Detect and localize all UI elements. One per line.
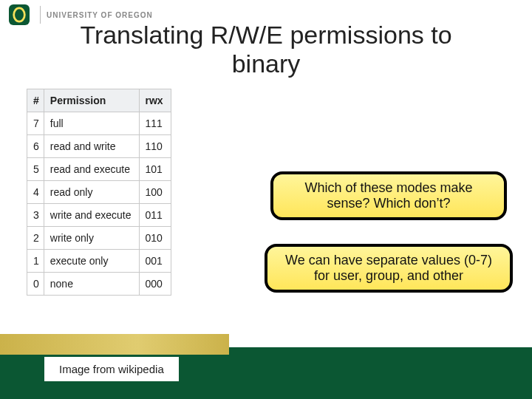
cell-num: 5 — [27, 158, 44, 181]
cell-permission: read only — [44, 181, 139, 204]
cell-rwx: 100 — [139, 181, 171, 204]
title-line-1: Translating R/W/E permissions to — [80, 21, 451, 49]
cell-rwx: 101 — [139, 158, 171, 181]
slide: UNIVERSITY OF OREGON Translating R/W/E p… — [0, 0, 532, 399]
svg-point-0 — [14, 8, 25, 21]
footer-gold-strip — [0, 334, 229, 355]
cell-rwx: 010 — [139, 227, 171, 250]
callout-question: Which of these modes make sense? Which d… — [270, 171, 507, 220]
slide-title: Translating R/W/E permissions to binary — [0, 21, 532, 78]
cell-num: 4 — [27, 181, 44, 204]
cell-rwx: 000 — [139, 273, 171, 296]
cell-rwx: 011 — [139, 204, 171, 227]
cell-num: 0 — [27, 273, 44, 296]
image-credit: Image from wikipedia — [44, 357, 179, 381]
col-num: # — [27, 89, 44, 112]
callout-line: sense? Which don’t? — [327, 196, 450, 211]
table-row: 1execute only001 — [27, 250, 171, 273]
callout-note: We can have separate values (0-7) for us… — [265, 244, 513, 293]
table-header-row: # Permission rwx — [27, 89, 171, 112]
cell-num: 1 — [27, 250, 44, 273]
table-row: 6read and write110 — [27, 135, 171, 158]
table-row: 4read only100 — [27, 181, 171, 204]
col-permission: Permission — [44, 89, 139, 112]
table-row: 5read and execute101 — [27, 158, 171, 181]
cell-permission: execute only — [44, 250, 139, 273]
cell-permission: none — [44, 273, 139, 296]
col-rwx: rwx — [139, 89, 171, 112]
cell-rwx: 110 — [139, 135, 171, 158]
cell-num: 7 — [27, 112, 44, 135]
cell-num: 3 — [27, 204, 44, 227]
cell-permission: write only — [44, 227, 139, 250]
university-name: UNIVERSITY OF OREGON — [47, 11, 153, 19]
permissions-table: # Permission rwx 7full111 6read and writ… — [27, 89, 171, 296]
cell-num: 2 — [27, 227, 44, 250]
table-row: 0none000 — [27, 273, 171, 296]
cell-permission: full — [44, 112, 139, 135]
cell-permission: read and execute — [44, 158, 139, 181]
cell-permission: write and execute — [44, 204, 139, 227]
cell-rwx: 111 — [139, 112, 171, 135]
callout-line: Which of these modes make — [304, 180, 472, 195]
table-row: 2write only010 — [27, 227, 171, 250]
cell-rwx: 001 — [139, 250, 171, 273]
table-row: 3write and execute011 — [27, 204, 171, 227]
table-row: 7full111 — [27, 112, 171, 135]
callout-line: for user, group, and other — [314, 268, 463, 283]
cell-num: 6 — [27, 135, 44, 158]
callout-line: We can have separate values (0-7) — [285, 253, 492, 267]
title-line-2: binary — [232, 50, 301, 78]
cell-permission: read and write — [44, 135, 139, 158]
